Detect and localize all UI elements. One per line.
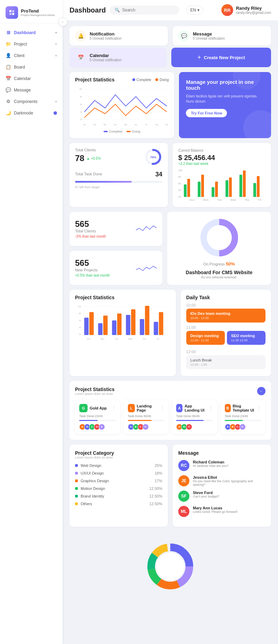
sidebar-back-button[interactable]: ← (58, 17, 67, 26)
project-avatars-app: A B C (176, 424, 213, 430)
clients-donut: 76% (144, 148, 162, 167)
task-done-value: 34 (155, 171, 162, 178)
create-project-button[interactable]: + Create New Project (171, 48, 271, 67)
bar-sun-orange (187, 179, 190, 197)
svg-text:Fri: Fri (157, 338, 159, 340)
promo-cta-button[interactable]: Try For Free Now (186, 109, 227, 117)
message-item-mary: ML Mary Ann Lucas Looks Good. Please go … (178, 506, 265, 517)
task-sub-label: 87 left from target (75, 185, 162, 189)
project-menu-app[interactable]: ⋮ (208, 405, 213, 411)
bar-tue-orange (215, 182, 218, 197)
project-icon-landing: L (128, 404, 135, 412)
calendar-card: 📅 Calendar 5 Unread notification (70, 48, 166, 67)
project-list-sub: Lorem ipsum dolor sit amet (75, 392, 115, 396)
svg-text:40: 40 (79, 326, 81, 328)
sidebar-label-darkmode: Darkmode (14, 111, 33, 116)
sidebar-item-message[interactable]: 💬 Message (0, 84, 63, 96)
sidebar-item-dashboard[interactable]: ⊞ Dashboard ▾ (0, 27, 63, 38)
message-notif-card: 💬 Message 5 Unread notification (173, 26, 271, 46)
project-list-section: Project Statistics Lorem ipsum dolor sit… (70, 381, 271, 440)
svg-point-62 (156, 552, 184, 580)
sidebar-item-board[interactable]: 📋 Board (0, 61, 63, 73)
project-stats-chart-card: Project Statistics Complete Doing (70, 72, 174, 138)
msg-avatar-mary: ML (178, 506, 189, 517)
project-icon-app: A (176, 404, 182, 412)
svg-rect-49 (159, 312, 163, 335)
cat-web-design: Web Design 25% (75, 463, 162, 468)
cat-dot-brand (75, 495, 78, 498)
components-icon: ⚙ (6, 99, 11, 104)
notification-row: 🔔 Notification 5 Unread notification 💬 M… (70, 26, 271, 46)
svg-rect-45 (131, 309, 136, 335)
project-list-arrow[interactable]: ← (257, 387, 265, 395)
svg-text:100: 100 (79, 88, 82, 90)
metric2-label: New Projects (75, 268, 110, 272)
project-name-gold: Gold App (90, 406, 107, 410)
cat-pct-ux: 18% (155, 471, 162, 475)
project-progress-fill-blog (225, 420, 243, 421)
bar-fri-orange (257, 176, 260, 197)
bar-tue-green (212, 187, 214, 197)
project-task-app: Task Done:35/45 (176, 414, 213, 418)
project-bar-stats-card: Project Statistics 100 80 60 40 20 (70, 290, 176, 376)
bar-mon-orange (201, 175, 204, 197)
daily-task-card: Daily Task 10:00 IOs Dev team meeting 10… (181, 290, 271, 376)
bar-mon-green (198, 182, 201, 197)
search-box[interactable]: 🔍 (110, 6, 179, 15)
project-card-landing: L Landing Page ⋮ Task Done:30/45 A B C D (124, 400, 169, 434)
bar-stats-header: Project Statistics (75, 295, 170, 300)
search-input[interactable] (122, 8, 174, 13)
sidebar-item-calendar[interactable]: 📅 Calendar (0, 73, 63, 84)
user-name: Randy Riley (236, 6, 271, 11)
cat-others: Others 12.50% (75, 502, 162, 506)
metric1-label: Total Clients (75, 229, 106, 233)
legend-dot-doing (155, 78, 158, 81)
svg-text:Thu: Thu (143, 338, 146, 340)
sidebar-item-project[interactable]: 📁 Project ▾ (0, 38, 63, 50)
bar-group-mon (198, 175, 210, 197)
svg-text:Sep: Sep (165, 123, 168, 126)
project-card-gold-header: G Gold App ⋮ (79, 404, 116, 412)
message-item-richard: RC Richard Coleman Hi Jackma! How are yo… (178, 460, 265, 471)
sidebar-item-components[interactable]: ⚙ Components ▾ (0, 96, 63, 107)
logo-tagline: Project Management Admin (21, 14, 55, 17)
language-button[interactable]: EN ▾ (186, 6, 203, 15)
project-avatars-blog: A B C D (225, 424, 262, 430)
notification-icon-wrap: 🔔 (75, 30, 86, 41)
svg-rect-48 (154, 322, 158, 335)
svg-rect-47 (145, 306, 149, 335)
darkmode-toggle[interactable] (54, 111, 57, 115)
cat-pct-motion: 12.50% (149, 486, 162, 491)
svg-text:100: 100 (78, 305, 81, 308)
metric2-value: 565 (75, 258, 110, 268)
calendar-create-row: 📅 Calendar 5 Unread notification + Creat… (70, 48, 271, 67)
svg-text:Jan: Jan (83, 123, 85, 126)
project-progress-gold (79, 420, 116, 421)
svg-text:Mar: Mar (104, 123, 106, 126)
message-item-steve: SF Steve Ford Can't your budget? (178, 491, 265, 502)
avatar: RR (221, 4, 233, 16)
promo-sub: Etiam facilisis ligula nec velit posuere… (186, 94, 264, 104)
sidebar-item-client[interactable]: 👤 Client ▾ (0, 50, 63, 61)
on-progress-label: On Progress (203, 262, 226, 266)
project-menu-landing[interactable]: ⋮ (160, 405, 164, 411)
chevron-icon-4: ▾ (55, 100, 57, 103)
msg-name-jessica: Jessica Elliot (193, 475, 265, 479)
sidebar-item-darkmode[interactable]: 🌙 Darkmode (0, 107, 63, 119)
msg-avatar-jessica: JE (178, 475, 189, 486)
task-seo-meeting: SEO meeting 11:30 12:00 (227, 331, 265, 345)
svg-text:Mon: Mon (101, 338, 104, 340)
svg-rect-44 (126, 315, 130, 335)
darkmode-icon: 🌙 (6, 110, 11, 116)
chevron-icon: ▾ (55, 31, 57, 34)
svg-text:76%: 76% (150, 156, 156, 159)
metric2-change: +0.5% than last month (75, 273, 110, 277)
project-card-blog-header: B Blog Template UI ⋮ (225, 404, 262, 412)
calendar-notif-icon: 📅 (78, 55, 84, 60)
task-design-meeting: Design meeting 11:00 - 11:30 (186, 331, 225, 345)
project-menu-gold[interactable]: ⋮ (112, 405, 116, 411)
mini-avatar: D (142, 424, 149, 430)
on-progress-project-title: Dashboard For CMS Website (186, 270, 253, 275)
project-menu-blog[interactable]: ⋮ (257, 405, 261, 411)
svg-rect-1 (12, 10, 14, 12)
